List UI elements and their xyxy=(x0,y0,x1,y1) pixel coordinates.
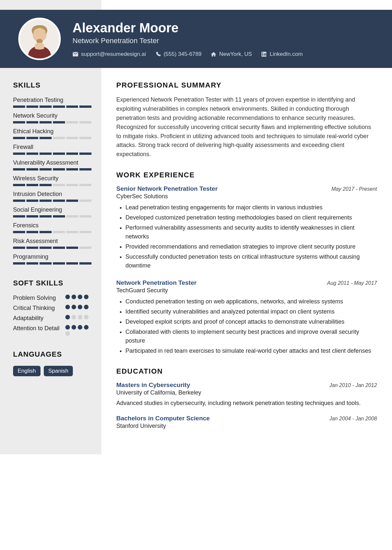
education-title: Bachelors in Computer Science xyxy=(116,415,210,422)
skill-name: Penetration Testing xyxy=(13,97,91,104)
contact-linkedin: LinkedIn.com xyxy=(261,51,302,57)
soft-skill-item: Attention to Detail xyxy=(13,325,91,336)
skill-item: Social Engineering xyxy=(13,206,91,218)
language-tag: Spanish xyxy=(44,366,73,376)
person-title: Network Penetration Tester xyxy=(73,37,303,45)
job-dates: Aug 2011 - May 2017 xyxy=(327,280,377,286)
svg-point-5 xyxy=(262,52,263,53)
job-bullets: Lead penetration testing engagements for… xyxy=(116,203,377,270)
education-heading: EDUCATION xyxy=(116,367,377,376)
job-bullet: Developed customized penetration testing… xyxy=(125,213,377,222)
languages-section: LANGUAGES EnglishSpanish xyxy=(13,350,91,376)
skill-name: Social Engineering xyxy=(13,206,91,213)
skill-item: Risk Assessment xyxy=(13,238,91,249)
skill-item: Ethical Hacking xyxy=(13,128,91,139)
job-bullet: Identified security vulnerabilities and … xyxy=(125,307,377,316)
job-company: CyberSec Solutions xyxy=(116,193,377,200)
soft-skills-heading: SOFT SKILLS xyxy=(13,279,91,287)
skill-item: Forensics xyxy=(13,222,91,233)
job-bullet: Conducted penetration testing on web app… xyxy=(125,297,377,306)
skill-bar xyxy=(13,247,91,249)
education-dates: Jan 2010 - Jan 2012 xyxy=(329,382,377,388)
email-icon xyxy=(73,51,78,57)
skill-item: Penetration Testing xyxy=(13,97,91,108)
skill-item: Vulnerability Assessment xyxy=(13,159,91,170)
languages-heading: LANGUAGES xyxy=(13,350,91,359)
education-school: Stanford University xyxy=(116,423,377,429)
job-title: Senior Network Penetration Tester xyxy=(116,185,218,192)
skill-bar xyxy=(13,137,91,139)
skill-name: Forensics xyxy=(13,222,91,229)
education-desc: Advanced studies in cybersecurity, inclu… xyxy=(116,399,377,408)
education-item: Bachelors in Computer ScienceJan 2004 - … xyxy=(116,415,377,429)
soft-skill-item: Critical Thinking xyxy=(13,305,91,312)
home-icon xyxy=(211,51,217,57)
skills-heading: SKILLS xyxy=(13,81,91,89)
education-item: Masters in CybersecurityJan 2010 - Jan 2… xyxy=(116,381,377,408)
skill-name: Wireless Security xyxy=(13,175,91,182)
contact-email: support@resumedesign.ai xyxy=(73,51,146,57)
skill-item: Wireless Security xyxy=(13,175,91,186)
resume-header: Alexander Moore Network Penetration Test… xyxy=(0,10,392,68)
skill-bar xyxy=(13,121,91,123)
person-name: Alexander Moore xyxy=(73,21,303,35)
soft-skill-item: Problem Solving xyxy=(13,295,91,301)
skills-section: SKILLS Penetration TestingNetwork Securi… xyxy=(13,81,91,265)
soft-skill-dots xyxy=(65,295,91,299)
soft-skill-name: Critical Thinking xyxy=(13,305,65,312)
job-bullet: Developed exploit scripts and proof of c… xyxy=(125,317,377,326)
skill-name: Vulnerability Assessment xyxy=(13,159,91,166)
job-item: Network Penetration TesterAug 2011 - May… xyxy=(116,279,377,355)
skill-bar xyxy=(13,200,91,202)
skill-name: Firewall xyxy=(13,144,91,151)
skill-item: Firewall xyxy=(13,144,91,155)
job-title: Network Penetration Tester xyxy=(116,279,197,286)
job-bullets: Conducted penetration testing on web app… xyxy=(116,297,377,355)
soft-skill-item: Adaptability xyxy=(13,315,91,322)
skill-bar xyxy=(13,153,91,155)
contact-phone: (555) 345-6789 xyxy=(155,51,202,57)
contact-location: NewYork, US xyxy=(211,51,252,57)
soft-skill-name: Problem Solving xyxy=(13,295,65,301)
job-bullet: Participated in red team exercises to si… xyxy=(125,347,377,355)
phone-icon xyxy=(155,51,161,57)
job-bullet: Collaborated with clients to implement s… xyxy=(125,328,377,345)
skill-name: Network Security xyxy=(13,112,91,119)
skill-bar xyxy=(13,231,91,233)
job-bullet: Provided recommendations and remediation… xyxy=(125,242,377,251)
skill-name: Ethical Hacking xyxy=(13,128,91,135)
job-bullet: Lead penetration testing engagements for… xyxy=(125,203,377,212)
soft-skill-dots xyxy=(65,305,91,309)
skill-bar xyxy=(13,105,91,108)
soft-skill-dots xyxy=(65,315,91,319)
soft-skill-dots xyxy=(65,325,91,336)
skill-item: Intrusion Detection xyxy=(13,191,91,202)
summary-text: Experienced Network Penetration Tester w… xyxy=(116,95,377,159)
summary-section: PROFESSIONAL SUMMARY Experienced Network… xyxy=(116,81,377,159)
education-title: Masters in Cybersecurity xyxy=(116,381,190,389)
skill-item: Network Security xyxy=(13,112,91,123)
skill-item: Programming xyxy=(13,253,91,265)
education-dates: Jan 2004 - Jan 2008 xyxy=(329,416,377,422)
skill-bar xyxy=(13,262,91,265)
svg-rect-4 xyxy=(262,53,263,56)
job-company: TechGuard Security xyxy=(116,287,377,294)
skill-name: Risk Assessment xyxy=(13,238,91,245)
skill-bar xyxy=(13,168,91,170)
linkedin-icon xyxy=(261,51,267,57)
soft-skill-name: Adaptability xyxy=(13,315,65,322)
work-heading: WORK EXPERIENCE xyxy=(116,171,377,179)
job-dates: May 2017 - Present xyxy=(331,186,377,192)
avatar xyxy=(18,18,61,60)
skill-name: Programming xyxy=(13,253,91,260)
education-school: University of California, Berkeley xyxy=(116,389,377,396)
soft-skills-section: SOFT SKILLS Problem SolvingCritical Thin… xyxy=(13,279,91,336)
skill-bar xyxy=(13,184,91,186)
soft-skill-name: Attention to Detail xyxy=(13,325,65,332)
summary-heading: PROFESSIONAL SUMMARY xyxy=(116,81,377,89)
job-bullet: Performed vulnerability assessments and … xyxy=(125,223,377,241)
skill-name: Intrusion Detection xyxy=(13,191,91,198)
job-bullet: Successfully conducted penetration tests… xyxy=(125,252,377,270)
skill-bar xyxy=(13,215,91,218)
education-section: EDUCATION Masters in CybersecurityJan 20… xyxy=(116,367,377,429)
